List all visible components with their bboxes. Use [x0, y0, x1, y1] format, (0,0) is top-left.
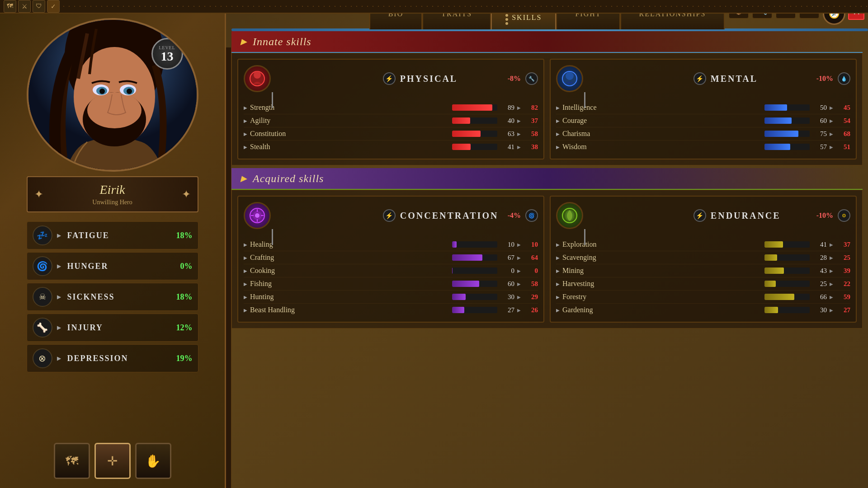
crafting-label: Crafting	[250, 253, 449, 262]
hunger-value: 0%	[180, 262, 193, 271]
character-portrait: Level 13	[27, 18, 198, 172]
cooking-label: Cooking	[250, 267, 449, 275]
action-move-button[interactable]: ✛	[94, 443, 131, 479]
physical-vert-bar	[272, 92, 273, 108]
injury-value: 12%	[176, 323, 193, 333]
hunger-label: HUNGER	[67, 262, 176, 271]
acquired-skills-content: ⚡ CONCENTRATION -4% 🌀 ▶ Healing 10 ▶	[232, 190, 862, 328]
physical-bolt2: 🔧	[525, 72, 538, 85]
crafting-compare: 64	[524, 254, 538, 262]
physical-group: ⚡ PHYSICAL -8% 🔧 ▶ Strength 89 ▶	[237, 59, 544, 160]
svg-point-18	[255, 213, 259, 218]
right-panel: 📦 🔧 🛡 ⚙ 🧭 ✕ BIO TRAITS SKILLS FIGHT RELA…	[226, 0, 868, 488]
intelligence-bar	[764, 104, 810, 111]
end-bolt2: ⚙	[838, 209, 850, 222]
skill-harvesting: ▶ Harvesting 25 ▶ 22	[556, 277, 850, 291]
svg-point-10	[99, 89, 105, 94]
fishing-val: 60	[500, 280, 514, 288]
fatigue-label: FATIGUE	[67, 231, 172, 240]
concentration-header: ⚡ CONCENTRATION -4% 🌀	[244, 202, 538, 233]
mental-name: MENTAL	[711, 74, 812, 84]
fatigue-value: 18%	[176, 231, 193, 240]
top-toolbar: 🗺 ⚔ 🛡 ✓	[0, 0, 868, 14]
status-injury[interactable]: 🦴 ▶ INJURY 12%	[27, 314, 198, 342]
svg-point-13	[254, 71, 261, 79]
skill-agility: ▶ Agility 40 ▶ 37	[244, 114, 538, 127]
sickness-icon: ☠	[33, 287, 52, 307]
status-hunger[interactable]: 🌀 ▶ HUNGER 0%	[27, 252, 198, 280]
toolbar-icon-shield[interactable]: 🛡	[33, 0, 45, 13]
endurance-group: ⚡ ENDURANCE -10% ⚙ ▶ Exploration 41 ▶	[550, 196, 857, 323]
innate-arrow: ▶	[241, 37, 247, 47]
concentration-penalty: -4%	[508, 211, 521, 220]
toolbar-icon-sword[interactable]: ⚔	[18, 0, 31, 13]
mental-bolt2: 💧	[838, 72, 850, 85]
mental-icon	[556, 65, 583, 92]
skill-exploration: ▶ Exploration 41 ▶ 37	[556, 238, 850, 251]
wisdom-bar	[764, 144, 810, 150]
constitution-compare: 58	[524, 130, 538, 138]
exploration-val: 41	[812, 241, 827, 249]
crafting-val: 67	[500, 254, 514, 262]
concentration-bolt: ⚡	[383, 209, 396, 222]
beast-handling-label: Beast Handling	[250, 306, 449, 314]
tab-skills-label: SKILLS	[512, 14, 542, 22]
skill-constitution: ▶ Constitution 63 ▶ 58	[244, 127, 538, 141]
toolbar-icon-check[interactable]: ✓	[47, 0, 60, 13]
intelligence-label: Intelligence	[562, 103, 762, 112]
courage-compare: 54	[836, 117, 850, 125]
cooking-compare: 0	[524, 267, 538, 275]
strength-bar	[452, 104, 497, 111]
scavenging-label: Scavenging	[562, 253, 762, 262]
charisma-label: Charisma	[562, 130, 762, 138]
skill-charisma: ▶ Charisma 75 ▶ 68	[556, 127, 850, 141]
mining-compare: 39	[836, 267, 850, 275]
status-fatigue[interactable]: 💤 ▶ FATIGUE 18%	[27, 221, 198, 249]
wisdom-label: Wisdom	[562, 143, 762, 151]
charisma-compare: 68	[836, 130, 850, 138]
toolbar-icons: 🗺 ⚔ 🛡 ✓	[0, 0, 63, 13]
acquired-skills-section: ▶ Acquired skills	[226, 168, 868, 328]
strength-val: 89	[500, 104, 514, 112]
action-map-button[interactable]: 🗺	[54, 443, 90, 479]
agility-bar	[452, 117, 497, 124]
strength-label: Strength	[250, 103, 449, 112]
mining-label: Mining	[562, 267, 762, 275]
innate-skills-content: ⚡ PHYSICAL -8% 🔧 ▶ Strength 89 ▶	[232, 53, 862, 165]
svg-point-11	[127, 89, 132, 94]
exploration-bar	[764, 241, 810, 248]
courage-bar	[764, 117, 810, 124]
conc-bolt2: 🌀	[525, 209, 538, 222]
end-vert-bar	[584, 229, 585, 245]
healing-compare: 10	[524, 241, 538, 249]
harvesting-bar	[764, 281, 810, 287]
physical-name: PHYSICAL	[400, 74, 503, 84]
scroll-indicator[interactable]	[226, 47, 231, 488]
innate-skills-header: ▶ Innate skills	[231, 31, 863, 53]
courage-val: 60	[812, 117, 827, 125]
physical-header: ⚡ PHYSICAL -8% 🔧	[244, 65, 538, 96]
skill-healing: ▶ Healing 10 ▶ 10	[244, 238, 538, 251]
skill-strength: ▶ Strength 89 ▶ 82	[244, 101, 538, 114]
constitution-val: 63	[500, 130, 514, 138]
toolbar-icon-map[interactable]: 🗺	[4, 0, 16, 13]
sickness-value: 18%	[176, 292, 193, 302]
status-sickness[interactable]: ☠ ▶ SICKNESS 18%	[27, 283, 198, 311]
level-badge: Level 13	[151, 38, 183, 70]
action-hand-button[interactable]: ✋	[135, 443, 171, 479]
concentration-group: ⚡ CONCENTRATION -4% 🌀 ▶ Healing 10 ▶	[237, 196, 544, 323]
skill-beast-handling: ▶ Beast Handling 27 ▶ 26	[244, 304, 538, 316]
hunting-label: Hunting	[250, 293, 449, 301]
endurance-icon	[556, 202, 583, 229]
skill-crafting: ▶ Crafting 67 ▶ 64	[244, 251, 538, 264]
endurance-penalty: -10%	[816, 211, 833, 220]
injury-icon: 🦴	[33, 318, 52, 338]
beast-handling-bar	[452, 307, 497, 313]
skill-stealth: ▶ Stealth 41 ▶ 38	[244, 141, 538, 153]
character-name: Eirik	[37, 183, 189, 197]
character-title: Unwilling Hero	[37, 199, 189, 206]
gardening-compare: 27	[836, 306, 850, 314]
agility-compare: 37	[524, 117, 538, 125]
gardening-bar	[764, 307, 810, 313]
status-depression[interactable]: ⊗ ▶ DEPRESSION 19%	[27, 344, 198, 372]
